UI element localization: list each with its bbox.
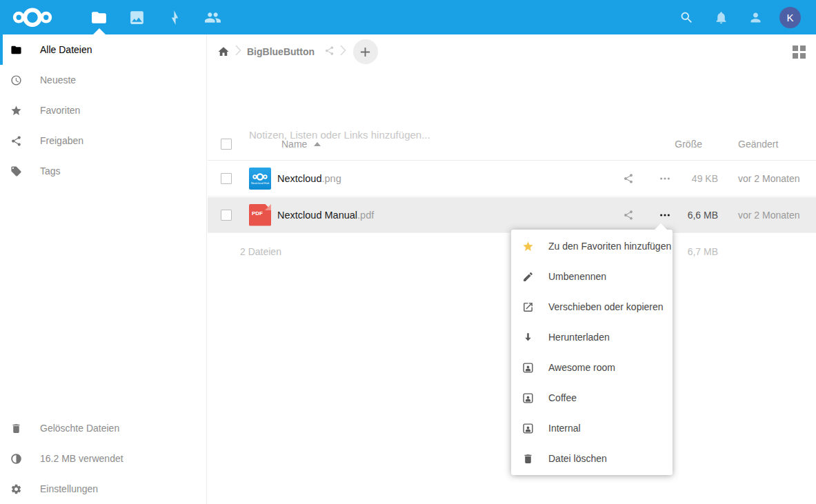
contacts-app-button[interactable] <box>194 0 232 34</box>
tag-icon <box>10 165 22 177</box>
popover-arrow <box>654 223 668 230</box>
avatar-initial: K <box>786 12 793 23</box>
sidebar-footer: Gelöschte Dateien 16.2 MB verwendet Eins… <box>0 413 206 504</box>
app-navigation <box>80 0 232 34</box>
nextcloud-logo-icon[interactable] <box>11 5 54 30</box>
file-name: Nextcloud <box>277 173 321 184</box>
download-icon <box>522 332 534 343</box>
column-header-name[interactable]: Name <box>281 139 321 150</box>
chevron-right-icon <box>235 45 241 59</box>
column-header-size[interactable]: Größe <box>675 139 702 150</box>
sidebar-item-quota[interactable]: 16.2 MB verwendet <box>0 443 206 474</box>
sidebar-item-label: Neueste <box>40 74 76 85</box>
file-row-nextcloud-png[interactable]: Nextcloud Hub Nextcloud.png 49 KB vor 2 … <box>208 161 816 196</box>
menu-item-room-internal[interactable]: Internal <box>511 413 673 443</box>
file-modified: vor 2 Monaten <box>738 210 800 221</box>
folder-icon <box>10 44 22 56</box>
select-all-checkbox[interactable] <box>221 139 232 150</box>
thumbnail-label: Nextcloud Hub <box>251 181 269 185</box>
pdf-file-icon: PDF <box>249 204 271 226</box>
file-extension: .pdf <box>357 210 374 221</box>
chevron-right-icon <box>340 45 346 59</box>
share-icon <box>623 173 634 184</box>
sort-ascending-icon <box>314 142 321 146</box>
menu-item-download[interactable]: Herunterladen <box>511 322 673 352</box>
breadcrumb-share-button[interactable] <box>324 46 335 59</box>
grid-view-toggle-button[interactable] <box>790 43 807 60</box>
active-app-notch <box>93 28 106 34</box>
header-right-controls: K <box>669 0 816 34</box>
menu-item-add-to-favorites[interactable]: Zu den Favoriten hinzufügen <box>511 231 673 261</box>
trash-icon <box>522 453 534 465</box>
plus-icon <box>360 47 370 57</box>
contacts-menu-button[interactable] <box>738 0 773 34</box>
active-indicator <box>0 34 3 65</box>
grid-view-icon <box>793 46 806 59</box>
quota-pie-icon <box>10 453 22 465</box>
breadcrumb-home-button[interactable] <box>217 46 230 58</box>
pdf-fold-corner <box>265 204 271 210</box>
activity-app-button[interactable] <box>156 0 194 34</box>
share-button[interactable] <box>615 173 642 184</box>
column-header-modified[interactable]: Geändert <box>738 139 778 150</box>
notifications-bell-icon <box>714 10 728 25</box>
file-size: 6,6 MB <box>649 210 718 221</box>
nextcloud-image-thumbnail: Nextcloud Hub <box>249 168 271 190</box>
share-icon <box>623 210 634 221</box>
menu-item-room-coffee[interactable]: Coffee <box>511 383 673 413</box>
search-icon <box>679 10 694 25</box>
row-checkbox[interactable] <box>221 173 232 184</box>
breadcrumb: BigBlueButton <box>208 34 816 69</box>
share-button[interactable] <box>615 210 642 221</box>
sidebar-item-label: Tags <box>40 165 61 177</box>
trash-icon <box>10 423 22 434</box>
notifications-button[interactable] <box>704 0 738 34</box>
sidebar-item-label: Gelöschte Dateien <box>40 423 119 434</box>
sidebar-item-label: Alle Dateien <box>40 44 92 55</box>
pencil-icon <box>522 271 534 283</box>
sidebar-item-favorites[interactable]: Favoriten <box>0 95 206 125</box>
contacts-icon <box>204 9 221 26</box>
clock-icon <box>10 74 22 86</box>
menu-item-delete-file[interactable]: Datei löschen <box>511 443 673 474</box>
file-name: Nextcloud Manual <box>277 210 357 221</box>
sidebar-item-recent[interactable]: Neueste <box>0 65 206 95</box>
menu-item-rename[interactable]: Umbenennen <box>511 261 673 292</box>
photos-app-button[interactable] <box>118 0 156 34</box>
pdf-label: PDF <box>252 210 263 216</box>
file-size: 49 KB <box>649 173 718 184</box>
sidebar-item-deleted-files[interactable]: Gelöschte Dateien <box>0 413 206 443</box>
sidebar-item-all-files[interactable]: Alle Dateien <box>0 34 206 65</box>
room-icon <box>522 392 534 404</box>
files-folder-icon <box>90 9 108 26</box>
share-icon <box>324 46 335 56</box>
room-icon <box>522 423 534 434</box>
file-table-header: Name Größe Geändert <box>208 128 816 161</box>
activity-lightning-icon <box>166 9 183 26</box>
home-icon <box>217 46 230 58</box>
file-extension: .png <box>321 173 341 184</box>
sidebar-item-tags[interactable]: Tags <box>0 156 206 186</box>
gear-icon <box>10 483 22 495</box>
menu-item-move-or-copy[interactable]: Verschieben oder kopieren <box>511 292 673 322</box>
contacts-menu-icon <box>748 10 763 25</box>
files-content: BigBlueButton Name Größe Geändert <box>208 34 816 504</box>
breadcrumb-folder[interactable]: BigBlueButton <box>247 46 315 57</box>
sidebar-item-label: Favoriten <box>40 105 80 116</box>
file-actions-context-menu: Zu den Favoriten hinzufügen Umbenennen V… <box>511 230 673 475</box>
user-avatar[interactable]: K <box>779 7 801 28</box>
star-icon <box>10 105 22 117</box>
sidebar-item-settings[interactable]: Einstellungen <box>0 474 206 504</box>
move-copy-icon <box>522 301 534 313</box>
files-app-button[interactable] <box>80 0 118 34</box>
top-header-bar: K <box>0 0 816 34</box>
sidebar-item-shares[interactable]: Freigaben <box>0 125 206 156</box>
summary-file-count: 2 Dateien <box>240 246 281 257</box>
search-button[interactable] <box>669 0 704 34</box>
menu-item-room-awesome-room[interactable]: Awesome room <box>511 352 673 383</box>
row-checkbox[interactable] <box>221 210 232 221</box>
room-icon <box>522 362 534 374</box>
new-file-button[interactable] <box>353 39 378 64</box>
file-row-nextcloud-manual-pdf[interactable]: PDF Nextcloud Manual.pdf 6,6 MB vor 2 Mo… <box>208 197 816 233</box>
star-icon <box>522 241 534 252</box>
